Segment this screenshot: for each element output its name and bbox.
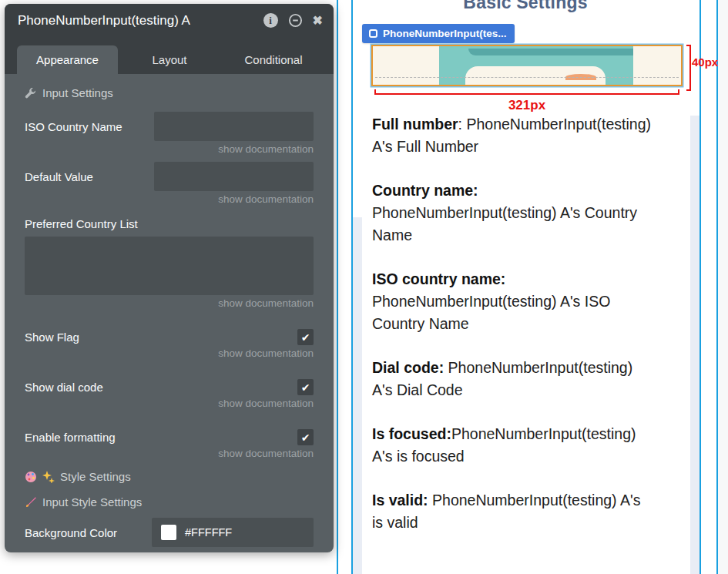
page-border-right (716, 0, 718, 574)
full-number-text: Full number: PhoneNumberInput(testing) A… (372, 113, 700, 158)
iso-country-input[interactable] (154, 112, 314, 141)
show-documentation-link[interactable]: show documentation (25, 193, 314, 205)
show-flag-row: Show Flag ✔ (25, 329, 314, 345)
element-states-text: Full number: PhoneNumberInput(testing) A… (372, 113, 700, 556)
panel-title: PhoneNumberInput(testing) A (18, 13, 263, 29)
default-value-label: Default Value (25, 170, 93, 183)
background-color-value: #FFFFFF (185, 526, 232, 539)
bubble-editor: Basic Settings PhoneNumberInput(tes... 4… (0, 0, 728, 574)
page-border-left (337, 0, 338, 574)
tab-layout[interactable]: Layout (123, 45, 216, 74)
iso-country-name-text: ISO country name: PhoneNumberInput(testi… (372, 268, 700, 335)
sparkles-icon (42, 471, 55, 483)
width-measure-line (374, 89, 679, 95)
paintbrush-icon (25, 496, 37, 509)
is-focused-text: Is focused:PhoneNumberInput(testing) A's… (372, 423, 700, 468)
enable-formatting-row: Enable formatting ✔ (25, 429, 314, 445)
background-color-input[interactable]: #FFFFFF (152, 518, 314, 547)
page-inner-gutter-left (353, 217, 362, 574)
show-flag-checkbox[interactable]: ✔ (297, 329, 314, 345)
input-style-settings-section: Input Style Settings (25, 495, 314, 509)
element-badge-label: PhoneNumberInput(tes... (383, 28, 507, 39)
info-icon[interactable]: i (263, 13, 278, 28)
show-dial-code-checkbox[interactable]: ✔ (297, 379, 314, 395)
element-type-icon (369, 29, 377, 38)
selected-element-badge[interactable]: PhoneNumberInput(tes... (362, 24, 515, 43)
tab-conditional[interactable]: Conditional (223, 45, 324, 74)
show-documentation-link[interactable]: show documentation (25, 448, 314, 459)
default-value-row: Default Value (25, 162, 314, 191)
iso-country-row: ISO Country Name (25, 112, 314, 141)
show-documentation-link[interactable]: show documentation (25, 347, 314, 359)
background-color-label: Background Color (25, 526, 117, 539)
preferred-country-label: Preferred Country List (25, 217, 314, 230)
input-style-settings-label: Input Style Settings (42, 495, 142, 509)
preferred-country-textarea[interactable] (25, 237, 314, 295)
element-baseline-dashed (375, 77, 679, 78)
palette-icon (25, 471, 37, 483)
input-settings-section: Input Settings (25, 86, 314, 99)
style-settings-section: Style Settings (25, 470, 314, 483)
country-name-text: Country name: PhoneNumberInput(testing) … (372, 180, 700, 247)
show-dial-code-label: Show dial code (25, 381, 103, 394)
show-dial-code-row: Show dial code ✔ (25, 379, 314, 395)
show-documentation-link[interactable]: show documentation (25, 143, 314, 155)
enable-formatting-label: Enable formatting (25, 431, 116, 444)
wrench-icon (25, 87, 37, 99)
panel-header[interactable]: PhoneNumberInput(testing) A i ✖ (5, 4, 334, 37)
background-color-row: Background Color #FFFFFF (25, 518, 314, 547)
show-documentation-link[interactable]: show documentation (25, 297, 314, 309)
enable-formatting-checkbox[interactable]: ✔ (297, 429, 314, 445)
property-editor-panel: PhoneNumberInput(testing) A i ✖ Appearan… (5, 4, 334, 552)
dial-code-text: Dial code: PhoneNumberInput(testing) A's… (372, 357, 700, 401)
comment-icon[interactable] (288, 13, 303, 28)
default-value-input[interactable] (154, 162, 314, 191)
is-valid-text: Is valid: PhoneNumberInput(testing) A's … (372, 489, 700, 534)
panel-body: Input Settings ISO Country Name show doc… (5, 74, 334, 547)
show-flag-label: Show Flag (25, 331, 79, 344)
tab-appearance[interactable]: Appearance (17, 45, 118, 74)
canvas-outer-gutter (718, 0, 728, 574)
page-title: Basic Settings (351, 0, 699, 13)
height-measure-bracket (686, 45, 691, 91)
group-border-left (351, 0, 353, 574)
input-settings-label: Input Settings (42, 86, 113, 99)
iso-country-label: ISO Country Name (25, 120, 122, 133)
show-documentation-link[interactable]: show documentation (25, 398, 314, 409)
height-measure-label: 40px (692, 55, 718, 69)
close-icon[interactable]: ✖ (313, 15, 323, 27)
width-measure-label: 321px (374, 98, 679, 113)
color-swatch (161, 525, 176, 540)
style-settings-label: Style Settings (60, 470, 131, 483)
pattern-teal-shadow (468, 49, 633, 55)
panel-tabs: Appearance Layout Conditional (5, 37, 334, 74)
phone-input-element-preview[interactable] (371, 45, 683, 86)
